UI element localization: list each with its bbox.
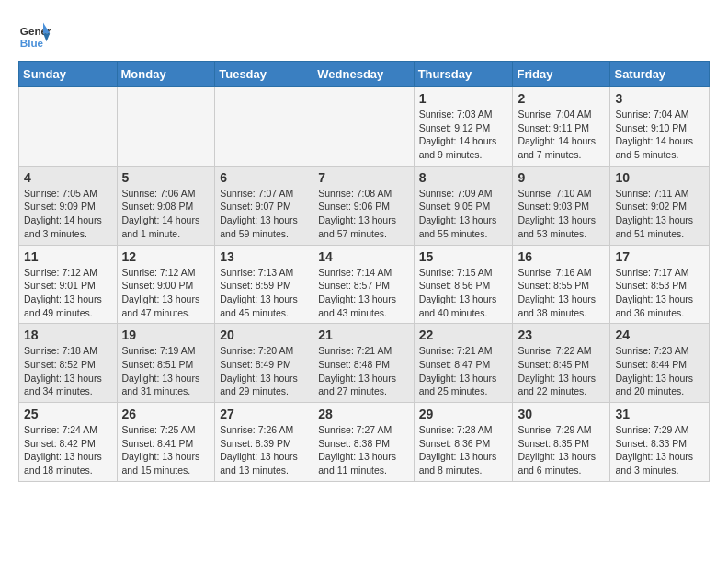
day-number: 6 [220,170,308,185]
day-number: 29 [419,407,508,421]
logo: General Blue [18,18,51,52]
day-info: Sunrise: 7:12 AM Sunset: 9:01 PM Dayligh… [24,266,112,320]
calendar-week-row: 18Sunrise: 7:18 AM Sunset: 8:52 PM Dayli… [19,324,710,403]
calendar-cell: 23Sunrise: 7:22 AM Sunset: 8:45 PM Dayli… [513,324,610,403]
day-number: 3 [615,91,704,106]
calendar-body: 1Sunrise: 7:03 AM Sunset: 9:12 PM Daylig… [19,87,710,482]
day-number: 4 [24,170,112,185]
calendar-cell: 27Sunrise: 7:26 AM Sunset: 8:39 PM Dayli… [215,403,313,482]
day-info: Sunrise: 7:07 AM Sunset: 9:07 PM Dayligh… [220,187,308,241]
day-number: 17 [615,249,704,264]
calendar-cell: 26Sunrise: 7:25 AM Sunset: 8:41 PM Dayli… [117,403,215,482]
day-of-week-header: Wednesday [313,62,414,87]
day-info: Sunrise: 7:29 AM Sunset: 8:33 PM Dayligh… [615,423,704,477]
calendar-header: SundayMondayTuesdayWednesdayThursdayFrid… [19,62,710,87]
calendar-cell: 1Sunrise: 7:03 AM Sunset: 9:12 PM Daylig… [414,87,513,167]
page-header: General Blue [18,18,710,52]
day-info: Sunrise: 7:15 AM Sunset: 8:56 PM Dayligh… [419,266,508,320]
day-number: 8 [419,170,508,185]
day-number: 15 [419,249,508,264]
days-of-week-row: SundayMondayTuesdayWednesdayThursdayFrid… [19,62,710,87]
day-info: Sunrise: 7:28 AM Sunset: 8:36 PM Dayligh… [419,423,508,477]
day-info: Sunrise: 7:20 AM Sunset: 8:49 PM Dayligh… [220,344,308,398]
svg-marker-3 [43,33,50,41]
day-number: 28 [318,407,408,421]
day-number: 12 [122,249,210,264]
day-info: Sunrise: 7:04 AM Sunset: 9:11 PM Dayligh… [518,108,605,162]
day-number: 2 [518,91,605,106]
calendar-cell: 25Sunrise: 7:24 AM Sunset: 8:42 PM Dayli… [19,403,118,482]
day-info: Sunrise: 7:23 AM Sunset: 8:44 PM Dayligh… [615,344,704,398]
calendar-cell: 6Sunrise: 7:07 AM Sunset: 9:07 PM Daylig… [215,166,313,245]
day-info: Sunrise: 7:05 AM Sunset: 9:09 PM Dayligh… [24,187,112,241]
day-info: Sunrise: 7:21 AM Sunset: 8:47 PM Dayligh… [419,344,508,398]
day-info: Sunrise: 7:25 AM Sunset: 8:41 PM Dayligh… [122,423,210,477]
calendar-cell [117,87,215,167]
day-number: 14 [318,249,408,264]
calendar-cell: 7Sunrise: 7:08 AM Sunset: 9:06 PM Daylig… [313,166,414,245]
day-number: 9 [518,170,605,185]
day-info: Sunrise: 7:17 AM Sunset: 8:53 PM Dayligh… [615,266,704,320]
day-info: Sunrise: 7:12 AM Sunset: 9:00 PM Dayligh… [122,266,210,320]
day-number: 18 [24,327,112,342]
calendar-cell: 9Sunrise: 7:10 AM Sunset: 9:03 PM Daylig… [513,166,610,245]
calendar-cell: 3Sunrise: 7:04 AM Sunset: 9:10 PM Daylig… [610,87,710,167]
day-info: Sunrise: 7:24 AM Sunset: 8:42 PM Dayligh… [24,423,112,477]
calendar-cell: 15Sunrise: 7:15 AM Sunset: 8:56 PM Dayli… [414,245,513,324]
day-info: Sunrise: 7:16 AM Sunset: 8:55 PM Dayligh… [518,266,605,320]
day-of-week-header: Tuesday [215,62,313,87]
calendar-week-row: 11Sunrise: 7:12 AM Sunset: 9:01 PM Dayli… [19,245,710,324]
calendar-cell: 16Sunrise: 7:16 AM Sunset: 8:55 PM Dayli… [513,245,610,324]
calendar-table: SundayMondayTuesdayWednesdayThursdayFrid… [18,61,710,482]
day-info: Sunrise: 7:22 AM Sunset: 8:45 PM Dayligh… [518,344,605,398]
calendar-cell: 24Sunrise: 7:23 AM Sunset: 8:44 PM Dayli… [610,324,710,403]
day-number: 21 [318,327,408,342]
day-of-week-header: Thursday [414,62,513,87]
calendar-cell: 18Sunrise: 7:18 AM Sunset: 8:52 PM Dayli… [19,324,118,403]
day-number: 20 [220,327,308,342]
day-info: Sunrise: 7:09 AM Sunset: 9:05 PM Dayligh… [419,187,508,241]
calendar-cell: 5Sunrise: 7:06 AM Sunset: 9:08 PM Daylig… [117,166,215,245]
day-info: Sunrise: 7:10 AM Sunset: 9:03 PM Dayligh… [518,187,605,241]
day-number: 19 [122,327,210,342]
day-number: 11 [24,249,112,264]
svg-text:Blue: Blue [20,37,44,49]
day-info: Sunrise: 7:27 AM Sunset: 8:38 PM Dayligh… [318,423,408,477]
calendar-cell: 4Sunrise: 7:05 AM Sunset: 9:09 PM Daylig… [19,166,118,245]
day-info: Sunrise: 7:11 AM Sunset: 9:02 PM Dayligh… [615,187,704,241]
calendar-cell [19,87,118,167]
day-number: 7 [318,170,408,185]
day-info: Sunrise: 7:08 AM Sunset: 9:06 PM Dayligh… [318,187,408,241]
day-info: Sunrise: 7:26 AM Sunset: 8:39 PM Dayligh… [220,423,308,477]
day-info: Sunrise: 7:14 AM Sunset: 8:57 PM Dayligh… [318,266,408,320]
calendar-cell: 29Sunrise: 7:28 AM Sunset: 8:36 PM Dayli… [414,403,513,482]
day-info: Sunrise: 7:21 AM Sunset: 8:48 PM Dayligh… [318,344,408,398]
day-number: 22 [419,327,508,342]
day-info: Sunrise: 7:03 AM Sunset: 9:12 PM Dayligh… [419,108,508,162]
day-info: Sunrise: 7:04 AM Sunset: 9:10 PM Dayligh… [615,108,704,162]
calendar-cell: 12Sunrise: 7:12 AM Sunset: 9:00 PM Dayli… [117,245,215,324]
calendar-cell: 11Sunrise: 7:12 AM Sunset: 9:01 PM Dayli… [19,245,118,324]
day-of-week-header: Saturday [610,62,710,87]
calendar-week-row: 4Sunrise: 7:05 AM Sunset: 9:09 PM Daylig… [19,166,710,245]
day-number: 13 [220,249,308,264]
day-info: Sunrise: 7:06 AM Sunset: 9:08 PM Dayligh… [122,187,210,241]
calendar-cell: 13Sunrise: 7:13 AM Sunset: 8:59 PM Dayli… [215,245,313,324]
day-info: Sunrise: 7:13 AM Sunset: 8:59 PM Dayligh… [220,266,308,320]
day-number: 5 [122,170,210,185]
day-number: 1 [419,91,508,106]
day-info: Sunrise: 7:19 AM Sunset: 8:51 PM Dayligh… [122,344,210,398]
calendar-cell [215,87,313,167]
calendar-cell: 17Sunrise: 7:17 AM Sunset: 8:53 PM Dayli… [610,245,710,324]
day-of-week-header: Friday [513,62,610,87]
calendar-cell: 19Sunrise: 7:19 AM Sunset: 8:51 PM Dayli… [117,324,215,403]
calendar-cell [313,87,414,167]
day-number: 16 [518,249,605,264]
calendar-cell: 28Sunrise: 7:27 AM Sunset: 8:38 PM Dayli… [313,403,414,482]
calendar-cell: 30Sunrise: 7:29 AM Sunset: 8:35 PM Dayli… [513,403,610,482]
calendar-cell: 14Sunrise: 7:14 AM Sunset: 8:57 PM Dayli… [313,245,414,324]
calendar-cell: 8Sunrise: 7:09 AM Sunset: 9:05 PM Daylig… [414,166,513,245]
day-number: 25 [24,407,112,421]
day-of-week-header: Monday [117,62,215,87]
calendar-week-row: 1Sunrise: 7:03 AM Sunset: 9:12 PM Daylig… [19,87,710,167]
